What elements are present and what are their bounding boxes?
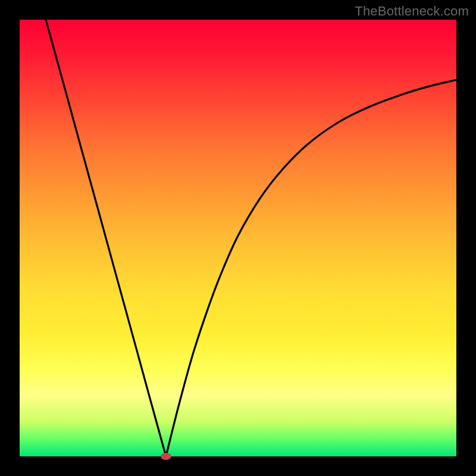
minimum-marker [161, 453, 171, 460]
bottleneck-curve [20, 20, 456, 456]
watermark-text: TheBottleneck.com [355, 4, 469, 19]
curve-path [46, 20, 456, 463]
